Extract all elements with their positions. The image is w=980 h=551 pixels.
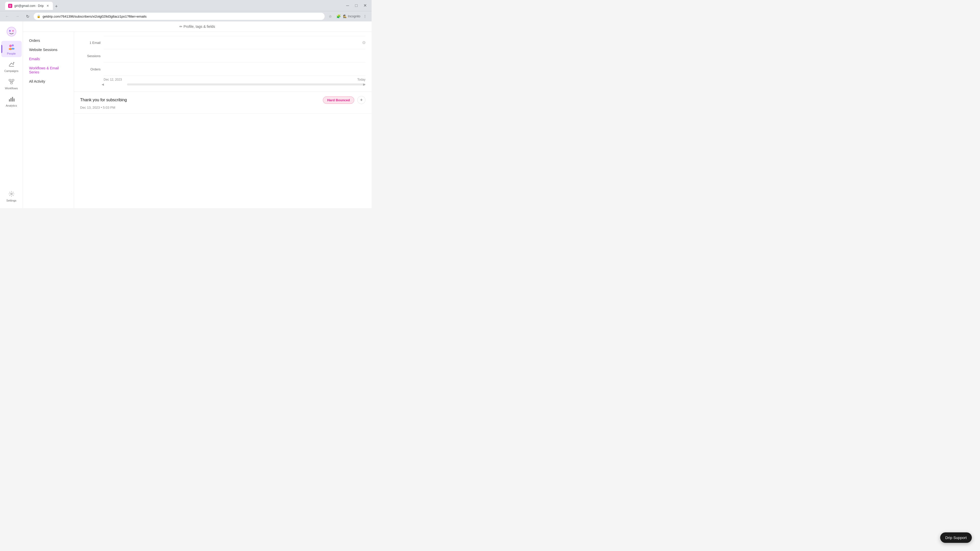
secondary-nav: Orders Website Sessions Emails Workflows… xyxy=(23,32,74,208)
chart-bar-sessions xyxy=(103,49,366,62)
nav-item-emails[interactable]: Emails xyxy=(23,54,74,64)
svg-rect-11 xyxy=(11,83,13,84)
sidebar-item-campaigns[interactable]: Campaigns xyxy=(1,58,22,75)
chart-bar-orders xyxy=(103,62,366,76)
chart-label-email: 1 Email xyxy=(80,41,100,44)
chart-bar-email xyxy=(103,36,366,49)
bookmark-button[interactable]: ☆ xyxy=(327,13,334,20)
expand-icon: + xyxy=(360,97,363,103)
hard-bounced-badge: Hard Bounced xyxy=(323,97,354,104)
tab-bar: D girl@gmail.com · Drip ✕ + xyxy=(5,1,342,10)
settings-icon-wrapper xyxy=(8,191,14,198)
svg-rect-9 xyxy=(9,79,11,81)
chart-scrollbar[interactable] xyxy=(127,83,366,86)
address-bar-row: ← → ↻ 🔒 getdrip.com/7641396/subscribers/… xyxy=(0,11,372,21)
scroll-left-arrow[interactable]: ◀ xyxy=(102,83,104,86)
svg-point-1 xyxy=(9,30,11,32)
svg-rect-12 xyxy=(9,99,10,102)
app-layout: People Campaigns xyxy=(0,21,372,208)
incognito-label: Incognito xyxy=(348,14,360,18)
people-icon-wrapper xyxy=(7,43,16,51)
svg-rect-14 xyxy=(12,97,13,102)
chart-dates: Dec 12, 2023 Today xyxy=(80,76,366,83)
sidebar-analytics-label: Analytics xyxy=(6,104,17,107)
tab-title: girl@gmail.com · Drip xyxy=(14,4,44,8)
close-window-button[interactable]: ✕ xyxy=(361,2,369,9)
profile-header: ✏ Profile, tags & fields xyxy=(23,21,372,32)
incognito-badge: 🕵 Incognito xyxy=(343,14,360,18)
svg-point-6 xyxy=(11,48,14,50)
chart-scrollbar-wrapper: ◀ ▶ xyxy=(80,83,366,86)
svg-rect-15 xyxy=(14,98,14,102)
chart-row-orders: Orders xyxy=(80,62,366,76)
workflows-icon xyxy=(8,78,15,85)
main-content: ✏ Profile, tags & fields Orders Website … xyxy=(23,21,372,208)
sidebar-item-analytics[interactable]: Analytics xyxy=(1,93,22,109)
svg-rect-10 xyxy=(12,79,14,81)
content-area: Orders Website Sessions Emails Workflows… xyxy=(23,32,372,208)
drip-logo[interactable] xyxy=(5,25,18,38)
lock-icon: 🔒 xyxy=(37,14,41,18)
sidebar-people-wrapper: People xyxy=(1,41,22,57)
sidebar-people-label: People xyxy=(7,52,16,55)
active-tab[interactable]: D girl@gmail.com · Drip ✕ xyxy=(5,2,53,10)
sidebar-item-settings[interactable]: Settings xyxy=(1,189,22,204)
chart-section: 1 Email Sessions Orders xyxy=(74,32,372,92)
url-text: getdrip.com/7641396/subscribers/xi2otg02… xyxy=(43,14,321,18)
nav-item-all-activity[interactable]: All Activity xyxy=(23,77,74,86)
chart-row-email: 1 Email xyxy=(80,36,366,49)
nav-item-orders[interactable]: Orders xyxy=(23,36,74,45)
svg-point-3 xyxy=(9,44,12,47)
sidebar-workflows-label: Workflows xyxy=(5,87,18,90)
sidebar-item-people[interactable]: People xyxy=(1,41,22,57)
chart-label-orders: Orders xyxy=(80,67,100,71)
new-tab-button[interactable]: + xyxy=(53,3,60,10)
email-date: Dec 13, 2023 • 5:03 PM xyxy=(80,106,366,110)
svg-point-7 xyxy=(13,62,14,63)
chart-dot-email xyxy=(363,41,366,44)
back-button[interactable]: ← xyxy=(3,12,11,21)
chart-label-sessions: Sessions xyxy=(80,54,100,58)
refresh-button[interactable]: ↻ xyxy=(24,12,32,21)
sidebar-campaigns-label: Campaigns xyxy=(4,69,19,73)
browser-tab-bar: D girl@gmail.com · Drip ✕ + ─ □ ✕ xyxy=(0,0,372,11)
people-icon xyxy=(8,43,15,51)
svg-point-16 xyxy=(11,193,12,195)
email-subject: Thank you for subscribing xyxy=(80,98,127,102)
campaigns-icon-wrapper xyxy=(7,60,16,68)
email-actions: Hard Bounced + xyxy=(323,96,366,104)
campaigns-icon xyxy=(8,61,15,68)
svg-point-2 xyxy=(12,30,14,32)
maximize-button[interactable]: □ xyxy=(353,2,360,9)
address-bar[interactable]: 🔒 getdrip.com/7641396/subscribers/xi2otg… xyxy=(34,13,325,20)
tab-favicon: D xyxy=(8,4,12,8)
analytics-icon-wrapper xyxy=(7,95,16,103)
scroll-right-arrow[interactable]: ▶ xyxy=(363,83,366,86)
workflows-icon-wrapper xyxy=(7,78,16,86)
logo-icon xyxy=(6,27,17,37)
menu-button[interactable]: ⋮ xyxy=(361,13,369,20)
email-entry-header: Thank you for subscribing Hard Bounced + xyxy=(80,96,366,104)
chart-emails-area: 1 Email Sessions Orders xyxy=(74,32,372,208)
profile-tags-fields-link[interactable]: ✏ Profile, tags & fields xyxy=(180,24,215,29)
sidebar-settings-label: Settings xyxy=(6,199,17,202)
svg-point-0 xyxy=(7,27,16,36)
address-bar-actions: ☆ 🧩 🕵 Incognito ⋮ xyxy=(327,13,369,20)
svg-rect-8 xyxy=(9,66,14,67)
expand-email-button[interactable]: + xyxy=(357,96,366,104)
chart-scrollbar-inner xyxy=(127,83,366,86)
tab-close-button[interactable]: ✕ xyxy=(46,4,50,8)
sidebar: People Campaigns xyxy=(0,21,23,208)
nav-item-workflows-email-series[interactable]: Workflows & Email Series xyxy=(23,64,74,77)
minimize-button[interactable]: ─ xyxy=(344,2,351,9)
extensions-button[interactable]: 🧩 xyxy=(335,13,342,20)
forward-button[interactable]: → xyxy=(13,12,21,21)
settings-icon xyxy=(8,191,14,197)
svg-rect-13 xyxy=(11,98,11,102)
sidebar-item-workflows[interactable]: Workflows xyxy=(1,76,22,92)
nav-item-website-sessions[interactable]: Website Sessions xyxy=(23,45,74,54)
email-entry: Thank you for subscribing Hard Bounced +… xyxy=(74,92,372,114)
active-indicator xyxy=(1,45,2,53)
chart-row-sessions: Sessions xyxy=(80,49,366,62)
chart-date-start: Dec 12, 2023 xyxy=(103,78,122,81)
